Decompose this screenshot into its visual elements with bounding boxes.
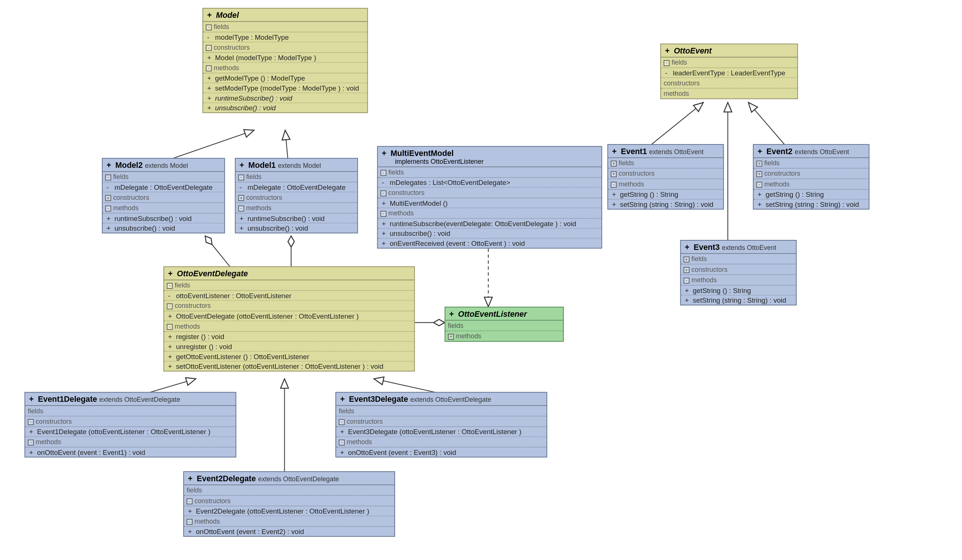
section-fields: -fields [203,22,367,32]
section-constructors: +constructors [608,169,723,179]
visibility-icon: + [757,147,764,156]
member-signature: unsubscribe() : void [115,224,175,232]
collapse-toggle-icon[interactable]: + [684,256,689,262]
generalization-arrow [149,379,196,393]
section-label: constructors [113,194,149,201]
collapse-toggle-icon[interactable]: + [448,334,454,340]
member-signature: unsubscribe() : void [215,104,276,111]
collapse-toggle-icon[interactable]: - [105,205,111,211]
class-MultiEventModel[interactable]: + MultiEventModelimplements OttoEventLis… [377,146,602,248]
class-Event3[interactable]: + Event3 extends OttoEvent+fields+constr… [680,240,797,305]
member-signature: Model (modelType : ModelType ) [215,53,316,61]
collapse-toggle-icon[interactable]: - [105,175,111,180]
member-signature: Event3Delegate (ottoEventListener : Otto… [348,428,521,436]
section-label: methods [389,209,414,217]
collapse-toggle-icon[interactable]: + [105,195,111,201]
collapse-toggle-icon[interactable]: - [206,45,212,51]
visibility-icon: + [239,224,247,232]
collapse-toggle-icon[interactable]: - [611,182,617,188]
member-row: -mDelegate : OttoEventDelegate [236,182,358,192]
generalization-arrow [651,103,704,145]
collapse-toggle-icon[interactable]: - [187,519,192,525]
visibility-icon: + [382,230,389,237]
collapse-toggle-icon[interactable]: + [757,171,762,177]
visibility-icon: + [207,84,215,92]
visibility-icon: + [107,224,115,232]
member-signature: setString (string : String) : void [693,296,786,304]
section-fields: +fields [608,158,723,168]
section-label: constructors [214,43,250,51]
class-Event1[interactable]: + Event1 extends OttoEvent+fields+constr… [607,144,724,209]
section-label: methods [246,204,271,212]
visibility-icon: + [382,149,389,158]
class-name: MultiEventModel [391,149,454,158]
collapse-toggle-icon[interactable]: - [339,439,345,445]
visibility-icon: + [612,200,620,208]
collapse-toggle-icon[interactable]: - [187,498,192,504]
collapse-toggle-icon[interactable]: - [663,60,670,66]
generalization-arrow [374,379,437,393]
collapse-toggle-icon[interactable]: - [28,439,34,445]
section-label: fields [618,159,634,167]
section-label: constructors [36,418,72,425]
section-methods: -methods [236,203,358,213]
class-OttoEventListener[interactable]: + OttoEventListenerfields+methods [445,307,563,342]
class-title: + Event1Delegate extends OttoEventDelega… [25,393,236,406]
section-label: methods [194,518,220,525]
collapse-toggle-icon[interactable]: + [757,161,762,166]
member-signature: setString (string : String) : void [620,200,713,208]
collapse-toggle-icon[interactable]: - [238,175,244,180]
collapse-toggle-icon[interactable]: - [167,324,173,330]
section-label: methods [691,276,717,284]
class-OttoEventDelegate[interactable]: + OttoEventDelegate-fields-ottoEventList… [163,266,415,371]
member-row: +runtimeSubscribe() : void [103,214,224,224]
section-label: constructors [389,189,425,196]
collapse-toggle-icon[interactable]: + [238,195,244,201]
member-row: +MultiEventModel () [378,198,601,208]
class-OttoEvent[interactable]: + OttoEvent-fields-leaderEventType : Lea… [660,43,798,99]
collapse-toggle-icon[interactable]: - [206,65,212,71]
class-Event1Delegate[interactable]: + Event1Delegate extends OttoEventDelega… [24,392,236,457]
collapse-toggle-icon[interactable]: - [167,303,173,309]
visibility-icon: - [382,179,389,187]
section-label: methods [175,323,200,330]
collapse-toggle-icon[interactable]: - [757,182,762,188]
collapse-toggle-icon[interactable]: + [611,171,617,177]
class-Event3Delegate[interactable]: + Event3Delegate extends OttoEventDelega… [335,392,547,457]
collapse-toggle-icon[interactable]: - [238,205,244,211]
section-label: fields [339,407,354,414]
member-signature: MultiEventModel () [389,199,447,207]
collapse-toggle-icon[interactable]: - [339,419,345,425]
class-name: Event2Delegate [197,474,256,483]
class-Event2[interactable]: + Event2 extends OttoEvent+fields+constr… [753,144,870,209]
collapse-toggle-icon[interactable]: - [381,211,387,217]
collapse-toggle-icon[interactable]: + [684,267,689,273]
collapse-toggle-icon[interactable]: + [611,161,617,166]
class-title: + Event1 extends OttoEvent [608,145,723,158]
member-signature: onOttoEvent (event : Event1) : void [37,448,145,456]
section-constructors: -constructors [164,301,414,311]
member-row: +onOttoEvent (event : Event3) : void [336,447,546,457]
extends-label: extends OttoEventDelegate [258,475,339,483]
collapse-toggle-icon[interactable]: - [28,419,34,425]
collapse-toggle-icon[interactable]: - [381,190,387,196]
member-row: +onOttoEvent (event : Event1) : void [25,447,236,457]
member-row: +getString () : String [608,190,723,200]
class-Model2[interactable]: + Model2 extends Model-fields-mDelegate … [102,158,225,233]
collapse-toggle-icon[interactable]: - [206,24,212,31]
section-constructors: +constructors [236,192,358,203]
visibility-icon: + [757,200,765,208]
section-fields: fields [336,406,546,416]
collapse-toggle-icon[interactable]: - [167,283,173,289]
collapse-toggle-icon[interactable]: - [381,170,387,175]
visibility-icon: + [685,243,691,252]
member-signature: mDelegates : List<OttoEventDelegate> [389,179,510,187]
class-Event2Delegate[interactable]: + Event2Delegate extends OttoEventDelega… [183,471,395,537]
member-row: +OttoEventDelegate (ottoEventListener : … [164,311,414,321]
section-label: fields [448,322,463,329]
section-fields: -fields [164,280,414,291]
collapse-toggle-icon[interactable]: - [684,277,689,283]
class-name: Model2 [115,161,143,170]
class-Model1[interactable]: + Model1 extends Model-fields-mDelegate … [235,158,358,233]
class-Model[interactable]: + Model-fields-modelType : ModelType-con… [203,8,368,113]
